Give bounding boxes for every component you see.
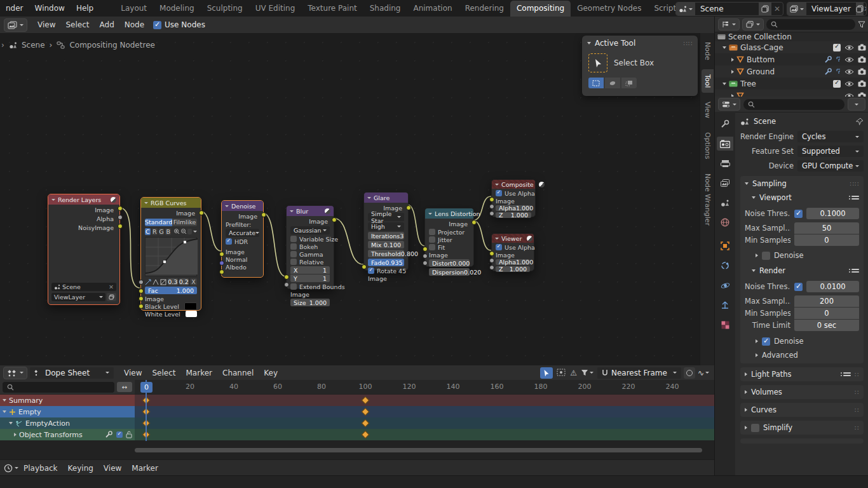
menu-view[interactable]: View bbox=[98, 464, 126, 473]
scene-name[interactable]: Scene bbox=[695, 4, 759, 13]
constraint-icon[interactable] bbox=[836, 57, 841, 63]
expand-icon[interactable] bbox=[3, 399, 6, 402]
relative-option[interactable]: Relative bbox=[290, 259, 330, 265]
relative-checkbox[interactable] bbox=[290, 259, 297, 265]
tab-layout[interactable]: Layout bbox=[114, 1, 153, 17]
light-paths-panel[interactable]: Light Paths ∷ bbox=[740, 367, 864, 381]
constraint-icon[interactable] bbox=[836, 69, 841, 75]
channel-search-input[interactable] bbox=[3, 382, 114, 393]
bokeh-option[interactable]: Bokeh bbox=[290, 243, 330, 250]
viewport-denoise-row[interactable]: Denoise bbox=[740, 249, 864, 261]
white-level-swatch[interactable] bbox=[186, 311, 197, 317]
tab-options[interactable]: Options bbox=[702, 127, 714, 164]
curves-panel[interactable]: Curves ∷ bbox=[740, 403, 864, 417]
unlink-scene-button[interactable]: ✕ bbox=[771, 4, 783, 13]
collapse-icon[interactable] bbox=[367, 197, 371, 199]
camera-icon[interactable] bbox=[858, 56, 866, 63]
properties-search-input[interactable] bbox=[743, 99, 844, 110]
node-lens-distortion[interactable]: Lens Distortion Image Projector Jitter F… bbox=[424, 208, 474, 267]
render-single-layer-button[interactable] bbox=[107, 293, 116, 301]
camera-icon[interactable] bbox=[858, 68, 866, 75]
socket-image-in[interactable] bbox=[489, 197, 494, 202]
jitter-checkbox[interactable] bbox=[429, 236, 435, 243]
tab-texture[interactable] bbox=[717, 318, 733, 332]
curve-point[interactable] bbox=[184, 241, 186, 243]
device-dropdown[interactable]: GPU Compute bbox=[797, 160, 864, 172]
fit-option[interactable]: Fit bbox=[429, 244, 470, 250]
current-frame-badge[interactable]: 0 bbox=[140, 382, 153, 393]
new-scene-button[interactable] bbox=[759, 3, 771, 15]
noise-threshold-field[interactable]: 0.0100 bbox=[806, 281, 859, 292]
noise-threshold-checkbox[interactable] bbox=[794, 283, 803, 291]
feature-set-dropdown[interactable]: Supported bbox=[797, 146, 864, 157]
point-y-field[interactable]: 0.2 bbox=[179, 278, 189, 285]
outliner-search-input[interactable] bbox=[766, 19, 855, 30]
use-alpha-checkbox[interactable] bbox=[496, 244, 502, 250]
handle-auto-icon[interactable] bbox=[145, 279, 151, 285]
menu-view[interactable]: View bbox=[32, 20, 60, 29]
menu-select[interactable]: Select bbox=[60, 20, 94, 29]
projector-option[interactable]: Projector bbox=[429, 229, 470, 235]
display-mode-button[interactable] bbox=[718, 18, 740, 30]
menu-select[interactable]: Select bbox=[147, 369, 180, 377]
socket-normal-in[interactable] bbox=[219, 261, 224, 266]
expand-icon[interactable] bbox=[722, 46, 726, 49]
only-selected-toggle[interactable] bbox=[540, 367, 553, 379]
eye-icon[interactable] bbox=[844, 81, 854, 87]
tab-tool[interactable]: Tool bbox=[702, 69, 714, 93]
tab-view-layer[interactable] bbox=[717, 176, 733, 190]
collection-checkbox[interactable] bbox=[833, 80, 841, 88]
socket-image-out[interactable] bbox=[199, 210, 204, 215]
camera-icon[interactable] bbox=[858, 44, 866, 51]
tab-compositing[interactable]: Compositing bbox=[510, 1, 571, 17]
channel-emptyaction[interactable]: EmptyAction bbox=[0, 417, 135, 429]
menu-channel[interactable]: Channel bbox=[217, 369, 259, 377]
collapse-icon[interactable] bbox=[51, 199, 55, 201]
dopesheet-body[interactable]: Summary Empty EmptyAction Object Transfo… bbox=[0, 394, 714, 459]
z-field[interactable]: Z1.000 bbox=[496, 266, 530, 272]
y-field[interactable]: Y1 bbox=[290, 274, 330, 282]
editor-type-button[interactable] bbox=[3, 367, 27, 379]
modifier-wrench-icon[interactable] bbox=[105, 431, 113, 438]
expand-icon[interactable] bbox=[756, 254, 758, 257]
show-hidden-icon[interactable] bbox=[557, 369, 566, 377]
menu-keying[interactable]: Keying bbox=[63, 464, 98, 473]
socket-image-in[interactable] bbox=[139, 288, 144, 294]
curve-widget[interactable] bbox=[145, 237, 197, 276]
use-alpha-option[interactable]: Use Alpha bbox=[496, 244, 530, 250]
tab-modeling[interactable]: Modeling bbox=[153, 1, 201, 17]
preset-icon[interactable] bbox=[851, 196, 859, 200]
tab-output[interactable] bbox=[717, 156, 733, 170]
denoise-checkbox[interactable] bbox=[762, 337, 770, 346]
tab-shading[interactable]: Shading bbox=[363, 1, 407, 17]
rotate45-checkbox[interactable] bbox=[368, 268, 374, 274]
alpha-field[interactable]: Alpha1.000 bbox=[496, 205, 531, 211]
use-alpha-option[interactable]: Use Alpha bbox=[496, 190, 531, 196]
tab-animation[interactable]: Animation bbox=[407, 1, 458, 17]
prefilter-dropdown[interactable]: Accurate bbox=[226, 229, 259, 237]
socket-image-out[interactable] bbox=[471, 220, 477, 225]
channel-empty[interactable]: Empty bbox=[0, 406, 135, 417]
extend-bounds-option[interactable]: Extend Bounds bbox=[290, 283, 330, 290]
drag-handle[interactable]: ∷∷ bbox=[850, 180, 859, 187]
handle-vector-icon[interactable] bbox=[153, 279, 159, 285]
eye-icon[interactable] bbox=[844, 57, 854, 63]
menu-add[interactable]: Add bbox=[95, 20, 119, 29]
horizontal-scrollbar[interactable] bbox=[135, 448, 702, 452]
eye-icon[interactable] bbox=[844, 69, 854, 75]
dispersion-field[interactable]: Dispersion0.020 bbox=[429, 268, 470, 276]
extend-icon[interactable] bbox=[160, 279, 166, 285]
tab-node[interactable]: Node bbox=[702, 37, 714, 65]
pin-icon[interactable] bbox=[855, 118, 864, 126]
clear-icon[interactable]: ✕ bbox=[109, 283, 114, 290]
size-field[interactable]: Size1.000 bbox=[290, 299, 330, 306]
preset-icon[interactable] bbox=[851, 269, 859, 273]
tab-node-wrangler[interactable]: Node Wrangler bbox=[702, 168, 714, 231]
viewlayer-field[interactable]: ViewLayer bbox=[51, 293, 105, 301]
socket-alpha-in[interactable] bbox=[489, 258, 494, 263]
tab-constraints[interactable] bbox=[717, 259, 733, 273]
socket-black-in[interactable] bbox=[139, 296, 144, 301]
tab-sculpting[interactable]: Sculpting bbox=[201, 1, 249, 17]
node-blur[interactable]: Blur Image Gaussian Variable Size Bokeh … bbox=[286, 205, 334, 289]
tab-tool[interactable] bbox=[717, 117, 733, 131]
